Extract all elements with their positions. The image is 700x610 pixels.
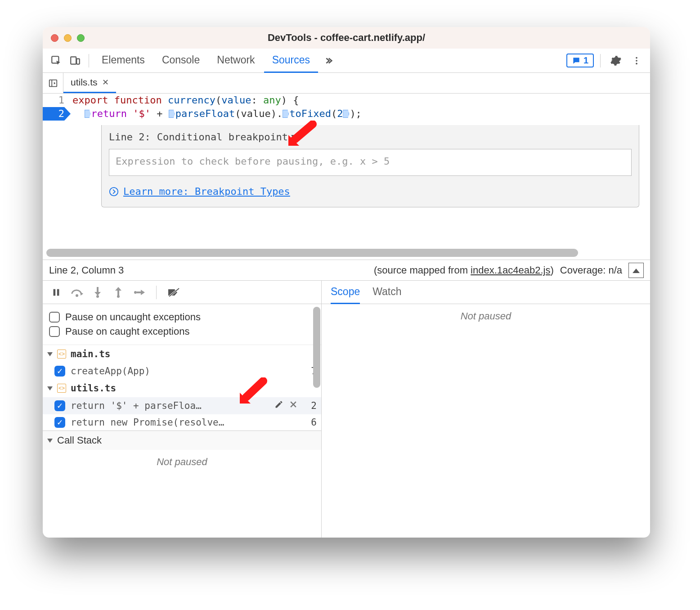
minimize-window-button[interactable] [64,34,72,42]
window-controls [51,34,85,42]
breakpoint-enabled-checkbox[interactable] [54,366,65,377]
inspect-element-icon[interactable] [47,52,65,70]
device-toolbar-icon[interactable] [66,52,84,70]
horizontal-scrollbar[interactable] [46,249,578,257]
code-line[interactable]: export function currency(value: any) { [72,94,650,107]
breakpoint-item[interactable]: return new Promise(resolve… 6 [43,414,321,431]
pause-uncaught-checkbox[interactable]: Pause on uncaught exceptions [49,311,315,323]
more-tabs-icon[interactable] [319,52,337,70]
step-icon[interactable] [132,285,146,300]
cursor-position: Line 2, Column 3 [49,265,124,276]
svg-rect-21 [117,290,119,296]
svg-point-15 [76,294,78,297]
svg-rect-2 [76,58,80,64]
tab-scope[interactable]: Scope [331,281,360,304]
breakpoint-editor-popup: Line 2: Conditional breakpoint Expressio… [101,125,639,207]
settings-icon[interactable] [607,52,625,70]
breakpoint-type-dropdown[interactable]: Conditional breakpoint [157,131,297,143]
breakpoint-enabled-checkbox[interactable] [54,417,65,428]
debug-toolbar [43,281,321,304]
svg-point-3 [636,57,637,58]
maximize-window-button[interactable] [77,34,85,42]
tab-network[interactable]: Network [209,49,263,73]
call-stack-not-paused: Not paused [43,450,321,468]
issues-button[interactable]: 1 [566,54,594,67]
remove-breakpoint-icon[interactable] [289,400,298,412]
svg-point-22 [117,295,120,298]
source-map-info: (source mapped from index.1ac4eab2.js) [374,265,554,276]
coverage-info: Coverage: n/a [560,265,622,276]
code-line[interactable]: return '$' + parseFloat(value).toFixed(2… [72,107,650,121]
titlebar: DevTools - coffee-cart.netlify.app/ [43,27,650,49]
code-area[interactable]: export function currency(value: any) { r… [68,94,650,260]
show-navigator-icon[interactable] [43,73,63,93]
svg-marker-9 [291,135,297,139]
disclosure-triangle-icon [47,386,53,390]
main-toolbar: Elements Console Network Sources 1 [43,49,650,73]
tab-elements[interactable]: Elements [94,49,153,73]
line-number[interactable]: 1 [43,94,64,107]
vertical-scrollbar[interactable] [313,307,320,388]
breakpoint-enabled-checkbox[interactable] [54,400,65,411]
close-window-button[interactable] [51,34,58,42]
deactivate-breakpoints-icon[interactable] [166,285,181,300]
breakpoint-file-header[interactable]: <> utils.ts [43,379,321,397]
source-editor: 1 2 export function currency(value: any)… [43,94,650,260]
window-title: DevTools - coffee-cart.netlify.app/ [43,32,650,44]
svg-rect-14 [57,289,59,296]
debugger-pane: Pause on uncaught exceptions Pause on ca… [43,281,650,538]
breakpoint-item[interactable]: return '$' + parseFloa… 2 [43,397,321,414]
svg-point-23 [134,291,137,294]
file-tab-bar: utils.ts ✕ [43,73,650,94]
file-icon: <> [57,384,66,393]
tab-sources[interactable]: Sources [264,49,318,73]
svg-marker-25 [141,290,145,295]
pause-options: Pause on uncaught exceptions Pause on ca… [43,304,321,345]
inline-breakpoint-icon[interactable] [85,110,91,118]
line-number-breakpoint[interactable]: 2 [43,107,64,121]
inline-breakpoint-icon[interactable] [343,110,349,118]
svg-rect-1 [71,57,76,64]
inline-breakpoint-icon[interactable] [283,110,289,118]
devtools-window: DevTools - coffee-cart.netlify.app/ Elem… [43,27,650,538]
breakpoint-item[interactable]: createApp(App) 7 [43,363,321,379]
breakpoints-tree: <> main.ts createApp(App) 7 <> utils.ts [43,345,321,468]
breakpoint-line-label: Line 2: [109,131,151,143]
edit-breakpoint-icon[interactable] [274,400,283,412]
issues-count: 1 [583,55,588,66]
step-over-icon[interactable] [70,285,84,300]
svg-marker-20 [115,287,121,291]
learn-more-link[interactable]: Learn more: Breakpoint Types [109,186,290,197]
svg-rect-13 [54,289,56,296]
step-into-icon[interactable] [90,285,105,300]
svg-point-5 [636,63,637,64]
checkbox-icon [49,326,60,337]
svg-point-4 [636,60,637,62]
show-details-icon[interactable] [628,263,644,278]
breakpoint-file-header[interactable]: <> main.ts [43,345,321,363]
pause-icon[interactable] [49,285,63,300]
source-map-link[interactable]: index.1ac4eab2.js [471,265,550,276]
tab-watch[interactable]: Watch [372,281,401,304]
debugger-left-pane: Pause on uncaught exceptions Pause on ca… [43,281,322,538]
line-gutter[interactable]: 1 2 [43,94,68,260]
pause-caught-checkbox[interactable]: Pause on caught exceptions [49,326,315,337]
svg-point-19 [96,295,99,298]
separator [156,286,157,299]
kebab-menu-icon[interactable] [628,52,646,70]
inline-breakpoint-icon[interactable] [169,110,175,118]
svg-marker-8 [54,82,55,85]
step-out-icon[interactable] [111,285,126,300]
svg-marker-12 [633,269,640,273]
chevron-down-icon [291,135,297,139]
call-stack-header[interactable]: Call Stack [43,431,321,450]
disclosure-triangle-icon [47,439,53,443]
scope-watch-tabs: Scope Watch [322,281,650,304]
file-icon: <> [57,350,66,359]
file-tab-utils[interactable]: utils.ts ✕ [63,73,116,93]
debugger-right-pane: Scope Watch Not paused [322,281,650,538]
file-tab-label: utils.ts [71,77,98,88]
tab-console[interactable]: Console [154,49,208,73]
breakpoint-condition-input[interactable]: Expression to check before pausing, e.g.… [109,149,632,176]
close-tab-icon[interactable]: ✕ [102,77,109,87]
